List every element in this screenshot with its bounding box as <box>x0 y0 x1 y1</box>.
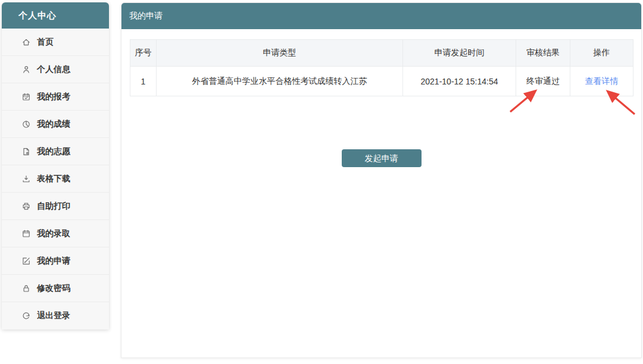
sidebar-item-label: 修改密码 <box>37 283 70 294</box>
sidebar-item-7[interactable]: 我的录取 <box>2 220 109 247</box>
column-header: 操作 <box>570 40 633 67</box>
sidebar-item-1[interactable]: 个人信息 <box>2 56 109 83</box>
application-type-cell: 外省普通高中学业水平合格性考试成绩转入江苏 <box>157 67 403 96</box>
review-result-cell: 终审通过 <box>516 67 570 96</box>
lock-icon <box>21 284 31 293</box>
sidebar-item-label: 个人信息 <box>37 64 70 75</box>
sidebar: 个人中心 首页个人信息我的报考我的成绩我的志愿表格下载自助打印我的录取我的申请修… <box>2 2 109 330</box>
sidebar-item-label: 自助打印 <box>37 201 70 212</box>
column-header: 申请类型 <box>157 40 403 67</box>
column-header: 序号 <box>130 40 157 67</box>
sidebar-item-6[interactable]: 自助打印 <box>2 193 109 220</box>
table-row: 1外省普通高中学业水平合格性考试成绩转入江苏2021-10-12 15:14:5… <box>130 67 633 96</box>
applications-table: 序号申请类型申请发起时间审核结果操作 1外省普通高中学业水平合格性考试成绩转入江… <box>130 39 633 96</box>
main-body: 序号申请类型申请发起时间审核结果操作 1外省普通高中学业水平合格性考试成绩转入江… <box>121 29 641 167</box>
sidebar-item-label: 首页 <box>37 37 54 48</box>
main-panel: 我的申请 序号申请类型申请发起时间审核结果操作 1外省普通高中学业水平合格性考试… <box>121 2 642 358</box>
pie-chart-icon <box>21 120 31 129</box>
user-icon <box>21 65 31 74</box>
sidebar-item-0[interactable]: 首页 <box>2 29 109 56</box>
sidebar-item-5[interactable]: 表格下载 <box>2 165 109 193</box>
logout-icon <box>21 311 31 321</box>
document-icon <box>21 147 31 156</box>
sidebar-item-4[interactable]: 我的志愿 <box>2 138 109 165</box>
home-icon <box>21 37 31 47</box>
table-header-row: 序号申请类型申请发起时间审核结果操作 <box>130 40 633 67</box>
printer-icon <box>21 202 31 211</box>
sidebar-item-label: 我的报考 <box>37 92 70 102</box>
sidebar-item-3[interactable]: 我的成绩 <box>2 111 109 138</box>
sidebar-item-10[interactable]: 退出登录 <box>2 302 109 330</box>
row-index: 1 <box>130 67 157 96</box>
action-cell: 查看详情 <box>570 67 633 96</box>
sidebar-item-label: 退出登录 <box>37 310 70 321</box>
page-title: 我的申请 <box>121 3 641 29</box>
sidebar-item-label: 我的成绩 <box>37 119 70 130</box>
download-icon <box>21 174 31 184</box>
sidebar-item-9[interactable]: 修改密码 <box>2 275 109 302</box>
edit-icon <box>21 256 31 266</box>
sidebar-menu: 首页个人信息我的报考我的成绩我的志愿表格下载自助打印我的录取我的申请修改密码退出… <box>2 29 109 330</box>
sidebar-title: 个人中心 <box>2 2 109 29</box>
column-header: 申请发起时间 <box>403 40 516 67</box>
view-details-link[interactable]: 查看详情 <box>585 76 619 86</box>
initiate-application-button[interactable]: 发起申请 <box>342 149 422 167</box>
calendar-icon <box>21 229 31 239</box>
column-header: 审核结果 <box>516 40 570 67</box>
sidebar-item-2[interactable]: 我的报考 <box>2 83 109 111</box>
sidebar-item-label: 我的申请 <box>37 256 70 266</box>
sidebar-item-label: 表格下载 <box>37 174 70 184</box>
sidebar-item-label: 我的录取 <box>37 228 70 239</box>
sidebar-item-8[interactable]: 我的申请 <box>2 247 109 275</box>
application-time-cell: 2021-10-12 15:14:54 <box>403 67 516 96</box>
sidebar-item-label: 我的志愿 <box>37 146 70 157</box>
calendar-check-icon <box>21 92 31 102</box>
